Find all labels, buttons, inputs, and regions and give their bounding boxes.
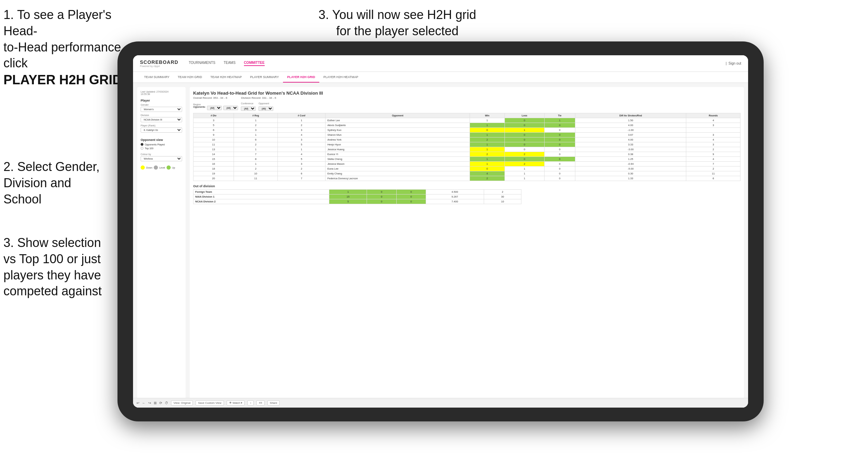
region-filter-row: Opponents: (All) (All) [193,106,238,110]
instruction-top-left: 1. To see a Player's Head- to-Head perfo… [3,7,135,89]
tablet-screen: SCOREBOARD Powered by clippd TOURNAMENTS… [133,55,748,408]
cell-div: 11 [194,142,234,147]
ood-label: Foreign Team [194,190,329,194]
nav-tournaments[interactable]: TOURNAMENTS [189,61,215,66]
instruction-top-right: 3. You will now see H2H gridfor the play… [311,7,484,39]
cell-tie: 0 [545,142,575,147]
cell-rounds [686,128,740,133]
sub-nav-team-h2h-grid[interactable]: TEAM H2H GRID [173,72,206,83]
cell-win: 1 [470,157,504,162]
cell-conf: 6 [277,171,325,176]
watch-btn[interactable]: 👁 Watch ▾ [227,400,245,406]
cell-conf: 3 [277,128,325,133]
toolbar-redo[interactable]: ↪ [148,401,151,405]
cell-loss: 0 [504,157,544,162]
cell-rounds: 9 [686,152,740,157]
tablet-frame: SCOREBOARD Powered by clippd TOURNAMENTS… [117,41,764,421]
cell-tie: 0 [545,157,575,162]
sub-nav-team-h2h-heatmap[interactable]: TEAM H2H HEATMAP [206,72,246,83]
table-row: 14 7 4 Eunice Yi 2 2 0 0.38 9 [194,152,740,157]
colour-section: Colour by Win/loss Down Level Up [141,153,182,170]
cell-div: 19 [194,171,234,176]
ood-loss: 0 [367,194,396,199]
colour-dot-up [167,165,171,170]
table-row: 18 2 2 Euna Lee 0 1 0 -5.00 2 [194,166,740,171]
toolbar-undo[interactable]: ↩ [136,401,139,405]
cell-rounds: 2 [686,166,740,171]
player-select[interactable]: 8. Katelyn Vo [141,127,182,133]
radio-dot-top-100 [141,147,143,150]
cell-conf: 3 [277,137,325,142]
conference-select[interactable]: (All) [241,106,256,111]
cell-loss: 2 [504,152,544,157]
cell-rounds: 4 [686,137,740,142]
nav-committee[interactable]: COMMITTEE [244,61,265,66]
cell-tie: 0 [545,147,575,152]
toolbar-grid[interactable]: ⊞ [154,401,157,405]
cell-loss: 0 [504,137,544,142]
cell-div: 3 [194,118,234,123]
filter-opponent: Opponent (All) [258,102,273,111]
gender-select[interactable]: Women's Men's [141,107,182,112]
opponents-label: Opponents: [193,106,206,110]
cell-div: 10 [194,137,234,142]
save-custom-view-btn[interactable]: Save Custom View [196,400,224,406]
radio-opponents-played[interactable]: Opponents Played [141,143,182,146]
cell-win: 1 [470,133,504,137]
cell-loss: 2 [504,162,544,166]
cell-tie: 0 [545,123,575,128]
radio-top-100[interactable]: Top 100 [141,147,182,150]
sub-nav-team-summary[interactable]: TEAM SUMMARY [140,72,173,83]
cell-loss: 1 [504,166,544,171]
cell-win: 2 [470,176,504,181]
view-original-btn[interactable]: View: Original [171,400,193,406]
col-div: # Div [194,113,234,118]
cell-diff: 1.33 [575,176,686,181]
region-select[interactable]: (All) [223,106,238,110]
instruction-mid-left: 2. Select Gender,Division andSchool [3,159,114,207]
colour-by-select[interactable]: Win/loss [141,156,182,161]
cell-loss: 0 [504,147,544,152]
cell-diff: -3.00 [575,147,686,152]
cell-reg: 11 [234,176,278,181]
sub-nav-player-h2h-heatmap[interactable]: PLAYER H2H HEATMAP [319,72,362,83]
opponents-select[interactable]: (All) [207,106,222,110]
main-content: Last Updated: 27/03/2024 16:55:38 Player… [133,83,748,408]
cell-opponent: Heejo Hyun [326,142,470,147]
cell-conf: 4 [277,152,325,157]
division-select[interactable]: NCAA Division III NCAA Division I NCAA D… [141,117,182,122]
cell-rounds: 4 [686,118,740,123]
cell-conf: 4 [277,133,325,137]
toolbar-clock[interactable]: ⏱ [165,401,168,405]
cell-div: 9 [194,133,234,137]
colour-label-up: Up [172,166,175,169]
nav-teams[interactable]: TEAMS [224,61,235,66]
cell-reg: 1 [234,162,278,166]
ood-row: NCAA Division 2 5 0 0 7.400 10 [194,199,521,204]
cell-rounds: 3 [686,133,740,137]
opponent-select[interactable]: (All) [258,106,273,111]
nav-sign-out[interactable]: | Sign out [726,61,741,65]
table-row: 11 2 5 Heejo Hyun 1 0 0 3.33 3 [194,142,740,147]
cell-tie: 1 [545,118,575,123]
cell-conf: 5 [277,157,325,162]
toolbar-back[interactable]: ← [142,401,145,405]
cell-diff: 4.00 [575,123,686,128]
cell-opponent: Sharon Mun [326,133,470,137]
table-row: 9 1 4 Sharon Mun 1 0 0 3.67 3 [194,133,740,137]
sub-nav: TEAM SUMMARY TEAM H2H GRID TEAM H2H HEAT… [133,72,748,83]
layout-btn[interactable]: ↕ [247,400,254,406]
cell-reg: 1 [234,133,278,137]
col-rounds: Rounds [686,113,740,118]
sub-nav-player-summary[interactable]: PLAYER SUMMARY [246,72,283,83]
cell-loss: 1 [504,176,544,181]
ood-win: 1 [329,190,367,194]
share-btn[interactable]: Share [267,400,280,406]
ood-tie: 0 [396,190,426,194]
cell-tie: 0 [545,171,575,176]
cell-tie: 0 [545,133,575,137]
opponent-label: Opponent [258,102,273,105]
toolbar-refresh[interactable]: ⟳ [159,401,162,405]
sub-nav-player-h2h-grid[interactable]: PLAYER H2H GRID [283,72,319,83]
lines-btn[interactable]: ≡≡ [256,400,264,406]
